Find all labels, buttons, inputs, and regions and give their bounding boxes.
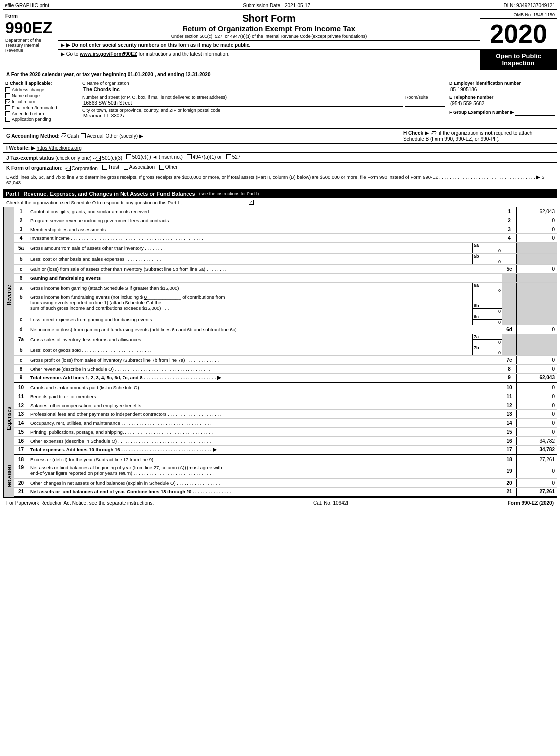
address-label: Number and street (or P. O. box, if mail… (82, 95, 403, 100)
row-value: 0 (517, 383, 557, 392)
line-number: 18 (502, 455, 517, 464)
table-row: 16 Other expenses (describe in Schedule … (14, 437, 557, 446)
line-number: 11 (502, 392, 517, 401)
table-row: b Less: cost or other basis and sales ex… (14, 254, 557, 265)
table-row: 17 Total expenses. Add lines 10 through … (14, 446, 557, 455)
short-form-title: Short Form (60, 13, 478, 24)
form-org-row: K Form of organization: ✓ Corporation Tr… (3, 163, 557, 173)
row-description: Net assets or fund balances at beginning… (28, 464, 502, 478)
name-change-check[interactable]: Name change (5, 93, 78, 98)
line-number-gray (502, 293, 517, 314)
part1-schedule-o-checkbox[interactable]: ✓ (249, 200, 254, 205)
row-description: Grants and similar amounts paid (list in… (28, 383, 502, 392)
mid-label: 6b (473, 303, 502, 308)
row-number: 13 (14, 410, 28, 418)
corporation-checkbox[interactable]: ✓ Corporation (66, 166, 98, 171)
line-number: 10 (502, 383, 517, 392)
cash-checkbox[interactable]: ✓ Cash (62, 133, 79, 139)
year-line: A For the 2020 calendar year, or tax yea… (3, 70, 557, 79)
row-number: 9 (14, 374, 28, 382)
irs-link[interactable]: www.irs.gov/Form990EZ (80, 51, 137, 57)
row-description: Printing, publications, postage, and shi… (28, 428, 502, 436)
footer-left: For Paperwork Reduction Act Notice, see … (6, 500, 154, 506)
table-row: 18 Excess or (deficit) for the year (Sub… (14, 455, 557, 464)
mid-cell: 6b 0 (472, 293, 502, 314)
line-number: 9 (502, 374, 517, 382)
address-change-check[interactable]: Address change (5, 87, 78, 92)
row-number: b (14, 293, 28, 314)
row-description: Less: cost or other basis and sales expe… (28, 254, 472, 264)
other-specify-label: Other (specify) ▶ (106, 133, 143, 139)
other-org-checkbox[interactable]: Other (159, 164, 178, 170)
row-description: Gross income from fundraising events (no… (28, 293, 472, 314)
amended-return-checkbox[interactable] (5, 111, 10, 116)
association-checkbox[interactable]: Association (124, 164, 155, 170)
accounting-label: G Accounting Method: (6, 133, 60, 139)
4947-checkbox[interactable]: 4947(a)(1) or (187, 154, 222, 160)
application-pending-checkbox[interactable] (5, 117, 10, 122)
row-description: Net income or (loss) from gaming and fun… (28, 325, 502, 334)
amended-return-label: Amended return (12, 111, 44, 116)
row-description: Gross amount from sale of assets other t… (28, 243, 472, 253)
table-row: 14 Occupancy, rent, utilities, and maint… (14, 419, 557, 428)
row-value: 0 (517, 225, 557, 233)
address-value: 16863 SW 50th Street (82, 100, 403, 107)
table-row: 20 Other changes in net assets or fund b… (14, 479, 557, 488)
row-number: c (14, 314, 28, 325)
line-number (502, 254, 517, 264)
group-exemption-label: F Group Exemption Number ▶ (449, 109, 555, 116)
row-description: Gross profit or (loss) from sales of inv… (28, 356, 502, 364)
triangle-icon2: ▶ (61, 51, 65, 57)
accrual-checkbox[interactable]: Accrual (81, 133, 103, 139)
year-line-text: A For the 2020 calendar year, or tax yea… (6, 72, 210, 77)
501c-checkbox[interactable]: 501(c)( ) ◄ (insert no.) (126, 154, 183, 160)
row-number: 7a (14, 334, 28, 345)
501c3-checkbox[interactable]: ✓ 501(c)(3) (96, 155, 122, 161)
other-org-label: Other (165, 164, 178, 170)
table-row: b Less: cost of goods sold . . . . . . .… (14, 345, 557, 356)
row-number: 19 (14, 464, 28, 478)
row-number: a (14, 283, 28, 293)
amended-return-check[interactable]: Amended return (5, 111, 78, 116)
final-return-check[interactable]: Final return/terminated (5, 105, 78, 110)
row-description: Program service revenue including govern… (28, 216, 502, 225)
line-number-gray (502, 345, 517, 355)
initial-return-checkbox[interactable]: ✓ (5, 99, 10, 104)
trust-checkbox[interactable]: Trust (102, 164, 119, 170)
row-value-gray (517, 334, 557, 345)
form-org-label: K Form of organization: (6, 165, 62, 171)
row-description: Other changes in net assets or fund bala… (28, 479, 502, 487)
row-value: 34,782 (517, 437, 557, 445)
mid-cell: 7b 0 (472, 345, 502, 355)
row-description: Membership dues and assessments . . . . … (28, 225, 502, 233)
501c-label: 501(c)( ) ◄ (insert no.) (132, 154, 183, 160)
527-checkbox[interactable]: 527 (226, 154, 241, 160)
line-number: 16 (502, 437, 517, 445)
row-number: d (14, 325, 28, 334)
initial-return-check[interactable]: ✓ Initial return (5, 99, 78, 104)
address-change-label: Address change (12, 87, 44, 92)
line-number: 15 (502, 428, 517, 436)
line-number: 17 (502, 446, 517, 454)
row-number: 17 (14, 446, 28, 454)
name-change-checkbox[interactable] (5, 93, 10, 98)
city-label: City or town, state or province, country… (82, 108, 445, 113)
instruction1-row: ▶ ▶ Do not enter social security numbers… (58, 41, 480, 50)
part1-title-note: (see the instructions for Part I) (199, 191, 259, 196)
top-bar-mid: Submission Date - 2021-05-17 (243, 3, 310, 8)
final-return-checkbox[interactable] (5, 105, 10, 110)
line-number: 8 (502, 365, 517, 373)
website-link[interactable]: https://thechords.org (37, 145, 82, 151)
part1-check-row: Check if the organization used Schedule … (3, 198, 557, 207)
row-value: 0 (517, 216, 557, 225)
table-row: 3 Membership dues and assessments . . . … (14, 225, 557, 234)
h-checkbox[interactable]: ✓ (432, 131, 436, 136)
tax-status-note: (check only one) - (55, 155, 94, 160)
footer-mid: Cat. No. 10642I (313, 500, 348, 506)
cash-label: Cash (67, 133, 79, 139)
row-value-gray (517, 274, 557, 282)
application-pending-check[interactable]: Application pending (5, 117, 78, 122)
row-value: 0 (517, 234, 557, 242)
address-change-checkbox[interactable] (5, 87, 10, 92)
4947-label: 4947(a)(1) or (193, 154, 222, 160)
